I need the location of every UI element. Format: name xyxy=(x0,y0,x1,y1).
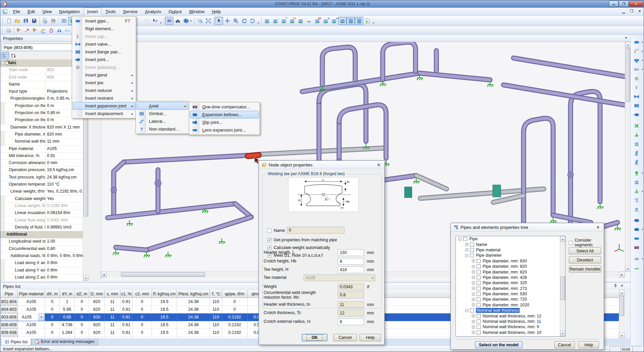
column-header-pipe-material[interactable]: Pipe material xyxy=(18,290,45,298)
field-crotch-external-radius-rx[interactable]: 8 xyxy=(338,318,364,325)
tree-item-pipe-diameter-mm-530[interactable]: +Pipe diameter, mm: 530 xyxy=(456,291,565,297)
row-header[interactable]: 801-804 xyxy=(0,298,18,306)
property-row-main[interactable]: −Main xyxy=(0,60,83,67)
insert-sliding-support-button[interactable] xyxy=(632,140,641,148)
property-row-pipe-material[interactable]: Pipe materialA105 xyxy=(0,146,83,153)
mdi-restore-button[interactable]: ❐ xyxy=(629,9,634,13)
property-row-load-along-z-axis[interactable]: Load along Z axis0 tf/m xyxy=(0,274,83,281)
column-header-d-mm[interactable]: D, mm xyxy=(89,290,105,298)
insert-flange-pair-button[interactable] xyxy=(632,102,641,110)
property-row-load-along-y-axis[interactable]: Load along Y axis0 tf/m xyxy=(0,267,83,274)
submenu-item-axial[interactable]: Axial▸ xyxy=(137,102,188,110)
cell[interactable]: 0 xyxy=(132,298,152,306)
pan-button[interactable] xyxy=(223,17,231,25)
property-row-longitudinal-weld-strength[interactable]: Longitudinal weld strength1.00 xyxy=(0,238,83,245)
field-header-wall-thickness-tn[interactable]: 11 xyxy=(338,301,364,308)
deselect-button[interactable]: Deselect xyxy=(569,256,601,263)
cell[interactable]: 0 xyxy=(132,306,152,313)
insert-pipe-button[interactable] xyxy=(632,38,641,46)
checkbox-calculate-weight-automatically[interactable]: ✓Calculate weight automatically xyxy=(267,245,330,250)
insert-mounting-support-button[interactable]: M xyxy=(632,205,641,213)
open-file-button[interactable] xyxy=(13,17,21,25)
insert-node-button[interactable] xyxy=(15,27,23,34)
insert-node-support-button[interactable] xyxy=(632,169,641,177)
submenu-item-one-time-compensator[interactable]: One-time compensator... xyxy=(190,103,259,111)
cell[interactable]: 0 xyxy=(45,313,60,321)
restraint-stop-button[interactable]: ⊤ xyxy=(279,17,288,25)
property-row-linear-fluid-weight-tf-m[interactable]: Linear fluid weight, tf/m0.5001 tf/m xyxy=(0,217,83,224)
insert-bend-button[interactable] xyxy=(632,47,641,55)
column-header-ptest-kgf-sq-cm[interactable]: Ptest, kgf/sq.cm xyxy=(177,290,210,298)
menu-item-insert-pipe[interactable]: Insert pipe...F7 xyxy=(73,17,135,25)
cancel-button[interactable]: Cancel xyxy=(333,334,357,341)
split-pipe-button[interactable] xyxy=(31,27,39,34)
consider-segments-checkbox[interactable]: Consider segments xyxy=(569,238,604,247)
insert-anchor-button[interactable] xyxy=(632,131,641,139)
cell[interactable]: 0 xyxy=(75,306,89,313)
property-value[interactable]: 0.5001 tf/m xyxy=(46,217,83,224)
menu-navigation[interactable]: Navigation xyxy=(56,8,83,15)
property-row-additional[interactable]: −Additional xyxy=(0,231,83,238)
property-row-projection-on-the-y-axis[interactable]: Projection on the Y axis0.85 m xyxy=(0,110,83,117)
cell[interactable]: A105 xyxy=(18,321,45,329)
menu-insert[interactable]: Insert xyxy=(84,8,102,15)
submenu-item-lens-expansion-joint[interactable]: Lens expansion joint... xyxy=(190,126,259,134)
cell[interactable]: 1 xyxy=(60,298,75,306)
cell[interactable]: 11 xyxy=(105,306,120,313)
column-header-p-kgf-sq-cm[interactable]: P, kgf/sq.cm xyxy=(152,290,177,298)
cancel-button[interactable]: Cancel xyxy=(554,341,575,348)
pipes-table-scrollbar[interactable]: ▲ ▼ xyxy=(619,290,625,339)
cell[interactable]: 11 xyxy=(105,298,120,306)
menu-item-insert-joint[interactable]: Insert joint... xyxy=(73,56,135,63)
cell[interactable]: 24.38 xyxy=(177,298,210,306)
rotate-view-back-button[interactable] xyxy=(248,17,257,25)
insert-support-button[interactable] xyxy=(39,27,47,34)
tree-item-pipe-diameter-mm-630[interactable]: +Pipe diameter, mm: 630 xyxy=(456,258,565,264)
context-help-button[interactable]: ? xyxy=(151,17,159,25)
mirror-button[interactable] xyxy=(55,27,63,34)
column-header-pipe[interactable]: Pipe xyxy=(0,290,18,298)
cell[interactable]: A105 xyxy=(18,298,45,306)
tab-pipes-list[interactable]: Pipes list xyxy=(1,338,31,345)
tree-dialog-close-icon[interactable]: ✕ xyxy=(595,225,601,230)
insert-gauge-button[interactable] xyxy=(632,255,641,263)
save-as-button[interactable] xyxy=(30,17,38,25)
menu-help[interactable]: Help xyxy=(209,8,224,15)
menu-edit[interactable]: Edit xyxy=(24,8,38,15)
cell[interactable]: 11 xyxy=(105,321,120,329)
menu-file[interactable]: File xyxy=(10,8,23,15)
cell[interactable]: 24.38 xyxy=(177,321,210,329)
property-row-calculate-weight[interactable]: Calculate weightYes xyxy=(0,196,83,203)
tree-item-name[interactable]: +Name xyxy=(456,242,565,247)
cell[interactable]: 0.2192 xyxy=(222,329,248,337)
cell[interactable]: A105 xyxy=(18,306,45,313)
property-row-operation-temperature-c[interactable]: Operation temperature, °C110 °C xyxy=(0,181,83,188)
sort-alphabetical-button[interactable]: AZ xyxy=(10,52,18,59)
submenu-item-gimbal[interactable]: Gimbal... xyxy=(137,110,188,117)
property-row-linear-weight-tf-m[interactable]: Linear weight, tf/m0.2192 tf/m xyxy=(0,203,83,210)
print-preview-button[interactable] xyxy=(41,17,49,25)
cell[interactable]: 0 xyxy=(75,313,89,321)
property-row-corrosion-allowance[interactable]: Corrosion allowance0 mm xyxy=(0,160,83,167)
cell[interactable]: 0 xyxy=(222,306,248,313)
select-all-button[interactable]: Select All xyxy=(569,247,601,254)
property-value[interactable]: 24.38 kgf/sq.cm xyxy=(46,174,83,181)
new-file-button[interactable] xyxy=(5,17,13,25)
property-row-diameter-x-thickness[interactable]: −Diameter X thickness820 mm X 11 mm xyxy=(0,124,83,131)
insert-expansion-bellows-button[interactable] xyxy=(632,216,641,224)
property-row-name[interactable]: Name xyxy=(0,81,83,88)
element-properties-button[interactable] xyxy=(5,27,13,34)
cell[interactable]: 19.5 xyxy=(152,306,177,313)
distance-query-button[interactable]: ? xyxy=(63,27,71,34)
property-row-projection-on-the-x-axis[interactable]: Projection on the X axis0 m xyxy=(0,103,83,110)
tree-item-nominal-wall-thickness-mm-10[interactable]: +Nominal wall thickness, mm: 10 xyxy=(456,330,565,335)
cell[interactable]: 0 xyxy=(75,329,89,337)
submenu-item-lateral[interactable]: Lateral... xyxy=(137,117,188,125)
column-header-dz-m[interactable]: dZ, m xyxy=(75,290,89,298)
restraint-active-button[interactable] xyxy=(338,17,346,25)
cell[interactable]: 0 xyxy=(75,321,89,329)
document-icon[interactable] xyxy=(2,9,7,14)
zoom-window-button[interactable] xyxy=(196,17,204,25)
cell[interactable]: 19.5 xyxy=(152,329,177,337)
field-crotch-height-hb[interactable]: 8 xyxy=(338,258,364,265)
